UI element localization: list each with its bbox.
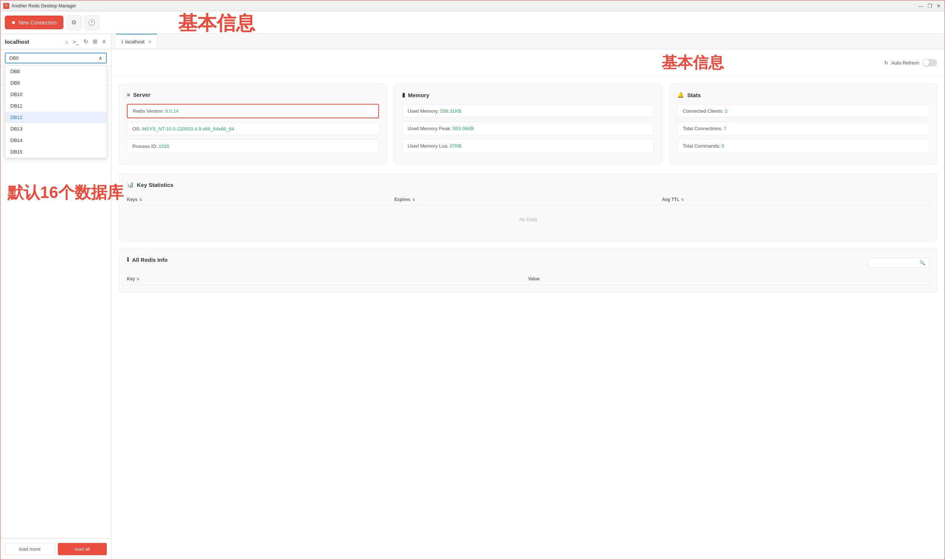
no-data-label: No Data xyxy=(127,205,930,233)
used-memory-peak-value: 553.06KB xyxy=(452,126,474,131)
tab-label: localhost xyxy=(125,39,144,45)
new-connection-button[interactable]: ● New Connection xyxy=(5,15,63,29)
minimize-button[interactable]: — xyxy=(918,3,924,9)
value-column[interactable]: Value xyxy=(528,276,930,282)
keys-column[interactable]: Keys ⇅ xyxy=(127,197,394,202)
search-icon: 🔍 xyxy=(919,260,925,266)
expires-sort-icon: ⇅ xyxy=(412,198,415,202)
redis-version-value: 6.0.14 xyxy=(165,108,179,114)
keys-sort-icon: ⇅ xyxy=(139,198,142,202)
tab-localhost[interactable]: ℹ localhost ✕ xyxy=(116,34,157,49)
avg-ttl-sort-icon: ⇅ xyxy=(681,198,684,202)
memory-card: ▮ Memory Used Memory: 538.31KB Used Memo… xyxy=(394,84,662,165)
used-memory-value: 538.31KB xyxy=(440,108,462,114)
stats-card-title: 🔔 Stats xyxy=(677,92,930,98)
sidebar: localhost ⌂ >_ ↻ ⊞ ∧ DB0 ∧ DB8 xyxy=(0,34,112,560)
db-dropdown: DB8 DB9 DB10 DB11 DB12 DB13 DB14 DB15 xyxy=(5,65,107,158)
toolbar: ● New Connection ⚙ 🕐 xyxy=(0,11,945,34)
redis-info-header: ℹ All Redis Info 🔍 xyxy=(127,256,930,269)
settings-icon: ⚙ xyxy=(71,19,76,26)
used-memory-lua: Used Memory Lua: 37KB xyxy=(402,139,654,153)
bar-chart-icon: 📊 xyxy=(127,182,134,188)
db-option-db12[interactable]: DB12 xyxy=(5,112,106,123)
sidebar-header: localhost ⌂ >_ ↻ ⊞ ∧ xyxy=(0,34,111,50)
new-connection-label: New Connection xyxy=(18,20,57,26)
info-icon: ℹ xyxy=(127,256,129,263)
db-option-db11[interactable]: DB11 xyxy=(5,100,106,112)
refresh-button[interactable]: ↻ xyxy=(83,37,89,46)
db-arrow-icon: ∧ xyxy=(99,55,102,61)
titlebar-title: Another Redis Desktop Manager xyxy=(11,3,918,9)
server-os: OS: MSYS_NT-10.0-220003.4.9.x86_64x86_64 xyxy=(127,122,379,136)
memory-icon: ▮ xyxy=(402,92,405,98)
cards-row: ≡ Server Redis Version: 6.0.14 OS: MSYS_… xyxy=(119,84,937,165)
key-statistics-header: Keys ⇅ Expires ⇅ Avg TTL ⇅ xyxy=(127,194,930,205)
server-process-id: Process ID: 1535 xyxy=(127,140,379,153)
tab-close-icon[interactable]: ✕ xyxy=(148,39,152,45)
total-connections-value: 7 xyxy=(724,126,726,131)
stats-icon: 🔔 xyxy=(677,92,684,98)
grid-button[interactable]: ⊞ xyxy=(92,37,98,46)
db-option-db8[interactable]: DB8 xyxy=(5,66,106,77)
restore-button[interactable]: ❐ xyxy=(927,3,933,9)
db-option-db10[interactable]: DB10 xyxy=(5,89,106,100)
close-button[interactable]: ✕ xyxy=(936,3,942,9)
db-option-db14[interactable]: DB14 xyxy=(5,135,106,146)
app-window: R Another Redis Desktop Manager — ❐ ✕ ● … xyxy=(0,0,945,560)
key-statistics-section: 📊 Key Statistics Keys ⇅ Expires ⇅ xyxy=(119,174,937,241)
auto-refresh-toggle[interactable] xyxy=(922,59,937,66)
main-area: localhost ⌂ >_ ↻ ⊞ ∧ DB0 ∧ DB8 xyxy=(0,34,945,560)
app-icon: R xyxy=(3,3,9,9)
stats-card: 🔔 Stats Connected Clients: 2 Total Conne… xyxy=(670,84,937,165)
server-card-title: ≡ Server xyxy=(127,92,379,98)
clock-button[interactable]: 🕐 xyxy=(84,15,99,30)
auto-refresh-area: ↻ Auto Refresh xyxy=(884,59,937,66)
redis-info-search-input[interactable] xyxy=(873,260,917,266)
server-icon: ≡ xyxy=(127,92,130,98)
settings-button[interactable]: ⚙ xyxy=(66,15,81,30)
home-button[interactable]: ⌂ xyxy=(64,38,69,46)
sidebar-title: localhost xyxy=(5,38,29,45)
db-selector[interactable]: DB0 ∧ xyxy=(5,53,107,63)
all-redis-info-title: ℹ All Redis Info xyxy=(127,256,168,263)
load-more-button[interactable]: load more xyxy=(5,543,55,555)
avg-ttl-column[interactable]: Avg TTL ⇅ xyxy=(662,197,930,202)
collapse-button[interactable]: ∧ xyxy=(101,37,107,46)
os-value: MSYS_NT-10.0-220003.4.9.x86_64x86_64 xyxy=(142,126,234,132)
sidebar-bottom: load more load all xyxy=(0,538,111,560)
total-commands: Total Commands: 5 xyxy=(677,139,930,153)
server-card: ≡ Server Redis Version: 6.0.14 OS: MSYS_… xyxy=(119,84,387,165)
content-area: ℹ localhost ✕ 基本信息 ↻ Auto Refresh xyxy=(112,34,945,560)
db-option-db13[interactable]: DB13 xyxy=(5,123,106,135)
tabbar: ℹ localhost ✕ xyxy=(112,34,945,49)
titlebar-controls: — ❐ ✕ xyxy=(918,3,942,9)
process-id-value: 1535 xyxy=(159,143,169,149)
content-scroll[interactable]: ≡ Server Redis Version: 6.0.14 OS: MSYS_… xyxy=(112,76,945,560)
page-title: 基本信息 xyxy=(502,52,885,73)
key-sort-icon: ⇅ xyxy=(137,277,140,281)
used-memory: Used Memory: 538.31KB xyxy=(402,104,654,118)
all-redis-info-section: ℹ All Redis Info 🔍 Key ⇅ xyxy=(119,248,937,292)
key-statistics-title: 📊 Key Statistics xyxy=(127,182,930,188)
db-option-db15[interactable]: DB15 xyxy=(5,146,106,158)
redis-info-search[interactable]: 🔍 xyxy=(869,258,930,268)
key-column[interactable]: Key ⇅ xyxy=(127,276,528,282)
memory-card-title: ▮ Memory xyxy=(402,92,654,98)
auto-refresh-label: Auto Refresh xyxy=(891,60,919,66)
redis-table-header: Key ⇅ Value xyxy=(127,273,930,285)
tab-info-icon: ℹ xyxy=(121,39,123,45)
connected-clients-value: 2 xyxy=(725,108,727,114)
db-selector-container: DB0 ∧ DB8 DB9 DB10 DB11 DB12 DB13 DB14 D… xyxy=(0,50,111,67)
toggle-knob xyxy=(923,59,930,66)
load-all-button[interactable]: load all xyxy=(58,543,107,555)
terminal-button[interactable]: >_ xyxy=(72,38,80,46)
titlebar: R Another Redis Desktop Manager — ❐ ✕ xyxy=(0,0,945,11)
db-selected-value: DB0 xyxy=(9,55,18,61)
db-option-db9[interactable]: DB9 xyxy=(5,77,106,89)
refresh-icon: ↻ xyxy=(884,60,888,66)
expires-column[interactable]: Expires ⇅ xyxy=(394,197,662,202)
server-redis-version: Redis Version: 6.0.14 xyxy=(127,104,379,118)
total-commands-value: 5 xyxy=(722,143,724,149)
sidebar-icon-group: ⌂ >_ ↻ ⊞ ∧ xyxy=(64,37,107,46)
used-memory-lua-value: 37KB xyxy=(449,143,462,149)
